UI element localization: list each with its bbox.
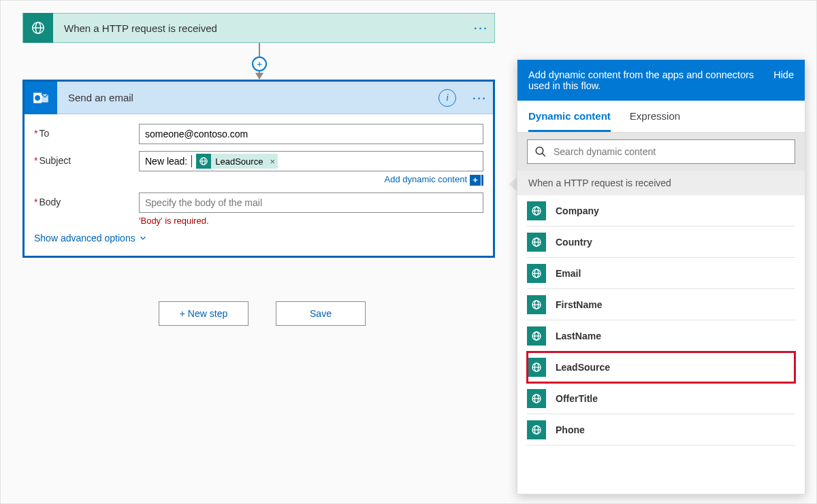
trigger-title: When a HTTP request is received: [53, 22, 467, 34]
dc-item-country[interactable]: Country: [527, 226, 795, 258]
info-icon[interactable]: i: [438, 89, 456, 107]
body-input[interactable]: Specify the body of the mail: [139, 192, 483, 213]
hide-panel-link[interactable]: Hide: [773, 69, 794, 91]
dc-item-lastname[interactable]: LastName: [527, 320, 795, 352]
dc-section-header: When a HTTP request is received: [517, 171, 805, 195]
globe-icon: [527, 233, 546, 252]
dc-item-email[interactable]: Email: [527, 258, 795, 289]
show-advanced-options[interactable]: Show advanced options: [34, 233, 483, 243]
new-step-button[interactable]: + New step: [159, 301, 249, 326]
globe-icon: [527, 358, 546, 377]
globe-icon: [527, 264, 546, 283]
dc-item-label: Country: [556, 237, 592, 248]
to-label: *To: [34, 124, 139, 139]
tab-dynamic-content[interactable]: Dynamic content: [528, 101, 611, 132]
insert-step-button[interactable]: +: [252, 56, 267, 71]
globe-icon: [527, 420, 546, 439]
globe-icon: [527, 326, 546, 346]
subject-token-leadsource[interactable]: LeadSource ×: [196, 154, 278, 169]
globe-icon: [196, 154, 211, 169]
dc-item-label: Email: [556, 268, 581, 279]
add-dynamic-content-link[interactable]: Add dynamic content+: [139, 174, 483, 186]
dc-item-label: Company: [556, 205, 599, 216]
outlook-icon: [25, 82, 57, 114]
action-header[interactable]: Send an email i ···: [25, 82, 493, 114]
dc-item-label: LastName: [556, 331, 601, 341]
dc-banner: Add dynamic content from the apps and co…: [517, 60, 805, 101]
svg-point-9: [536, 147, 543, 154]
dynamic-content-panel: Add dynamic content from the apps and co…: [517, 59, 805, 494]
svg-point-5: [35, 95, 40, 101]
trigger-more-icon[interactable]: ···: [467, 19, 494, 37]
subject-input[interactable]: New lead: LeadSource ×: [139, 151, 483, 171]
dc-item-firstname[interactable]: FirstName: [527, 289, 795, 320]
dc-item-label: Phone: [556, 424, 585, 435]
subject-label: *Subject: [34, 151, 139, 166]
chevron-down-icon: [138, 233, 148, 243]
tab-expression[interactable]: Expression: [630, 101, 680, 132]
dc-item-offertitle[interactable]: OfferTitle: [527, 383, 795, 414]
to-input[interactable]: someone@contoso.com: [139, 124, 483, 144]
trigger-card[interactable]: When a HTTP request is received ···: [22, 13, 495, 43]
globe-icon: [527, 295, 546, 314]
dc-list[interactable]: CompanyCountryEmailFirstNameLastNameLead…: [517, 195, 805, 446]
body-error: 'Body' is required.: [139, 216, 483, 226]
action-card-send-email: Send an email i ··· *To someone@contoso.…: [22, 80, 495, 258]
subject-text: New lead:: [145, 156, 187, 167]
dc-item-company[interactable]: Company: [527, 195, 795, 226]
remove-token-icon[interactable]: ×: [270, 156, 275, 167]
dc-item-label: LeadSource: [556, 362, 610, 373]
dc-item-label: FirstName: [556, 299, 602, 310]
dc-item-phone[interactable]: Phone: [527, 414, 795, 446]
globe-icon: [527, 201, 546, 220]
action-title: Send an email: [57, 92, 438, 103]
action-more-icon[interactable]: ···: [466, 89, 493, 107]
save-button[interactable]: Save: [276, 301, 366, 326]
body-label: *Body: [34, 192, 139, 207]
http-trigger-icon: [23, 13, 53, 43]
globe-icon: [527, 389, 546, 408]
svg-line-10: [542, 153, 545, 156]
dc-item-leadsource[interactable]: LeadSource: [527, 352, 795, 383]
dc-item-label: OfferTitle: [556, 393, 598, 404]
dc-search-input[interactable]: [527, 139, 795, 164]
panel-pointer: [509, 178, 517, 191]
search-icon: [534, 146, 547, 158]
